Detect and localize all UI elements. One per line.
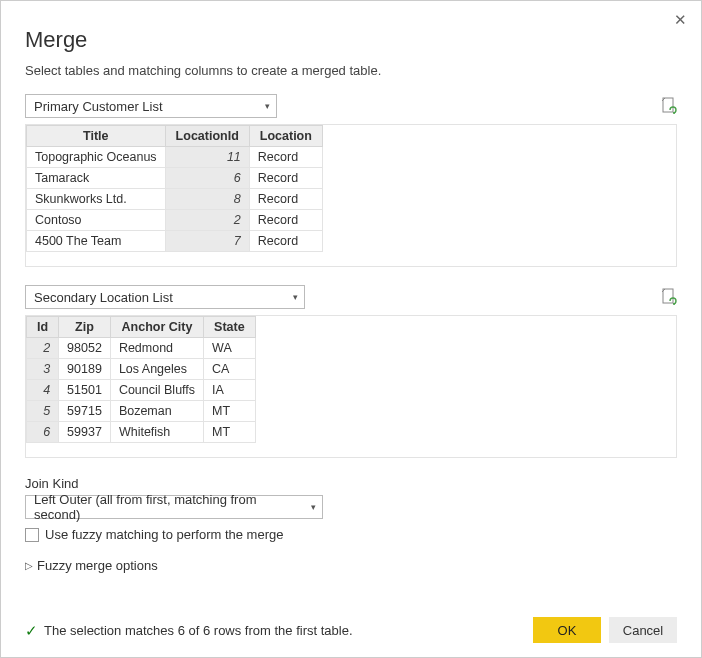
join-kind-select[interactable]: Left Outer (all from first, matching fro… xyxy=(25,495,323,519)
cell-city: Whitefish xyxy=(110,422,203,443)
dialog-subtitle: Select tables and matching columns to cr… xyxy=(25,63,677,78)
fuzzy-options-expander[interactable]: ▷ Fuzzy merge options xyxy=(25,558,677,573)
table-row[interactable]: Skunkworks Ltd.8Record xyxy=(27,189,323,210)
table-row[interactable]: 390189Los AngelesCA xyxy=(27,359,256,380)
cell-locationid: 7 xyxy=(165,231,249,252)
cell-state: IA xyxy=(204,380,256,401)
col-header[interactable]: LocationId xyxy=(165,126,249,147)
fuzzy-matching-checkbox[interactable]: Use fuzzy matching to perform the merge xyxy=(25,527,677,542)
cell-locationid: 8 xyxy=(165,189,249,210)
cell-location: Record xyxy=(249,189,322,210)
second-table-preview: Id Zip Anchor City State 298052RedmondWA… xyxy=(25,315,677,458)
table-row[interactable]: 4500 The Team7Record xyxy=(27,231,323,252)
join-kind-label: Join Kind xyxy=(25,476,677,491)
col-header[interactable]: Anchor City xyxy=(110,317,203,338)
status-text: The selection matches 6 of 6 rows from t… xyxy=(44,623,353,638)
cell-zip: 98052 xyxy=(59,338,111,359)
col-header[interactable]: Title xyxy=(27,126,166,147)
cell-title: Skunkworks Ltd. xyxy=(27,189,166,210)
first-table-grid[interactable]: Title LocationId Location Topographic Oc… xyxy=(26,125,323,252)
close-icon[interactable]: ✕ xyxy=(674,11,687,29)
col-header[interactable]: Location xyxy=(249,126,322,147)
cell-city: Bozeman xyxy=(110,401,203,422)
chevron-down-icon: ▾ xyxy=(311,502,316,512)
cell-city: Los Angeles xyxy=(110,359,203,380)
cell-title: Contoso xyxy=(27,210,166,231)
refresh-icon[interactable] xyxy=(661,288,677,306)
chevron-down-icon: ▾ xyxy=(265,101,270,111)
chevron-right-icon: ▷ xyxy=(25,560,33,571)
cell-id: 6 xyxy=(27,422,59,443)
cell-zip: 59715 xyxy=(59,401,111,422)
fuzzy-matching-label: Use fuzzy matching to perform the merge xyxy=(45,527,283,542)
table-row[interactable]: 659937WhitefishMT xyxy=(27,422,256,443)
cell-title: 4500 The Team xyxy=(27,231,166,252)
first-table-preview: Title LocationId Location Topographic Oc… xyxy=(25,124,677,267)
cell-zip: 51501 xyxy=(59,380,111,401)
cell-locationid: 6 xyxy=(165,168,249,189)
chevron-down-icon: ▾ xyxy=(293,292,298,302)
table-row[interactable]: Topographic Oceanus11Record xyxy=(27,147,323,168)
svg-rect-0 xyxy=(663,98,673,112)
second-table-select[interactable]: Secondary Location List ▾ xyxy=(25,285,305,309)
cell-locationid: 11 xyxy=(165,147,249,168)
cell-state: MT xyxy=(204,422,256,443)
cell-title: Topographic Oceanus xyxy=(27,147,166,168)
cell-location: Record xyxy=(249,147,322,168)
ok-button[interactable]: OK xyxy=(533,617,601,643)
table-row[interactable]: Contoso2Record xyxy=(27,210,323,231)
first-table-select[interactable]: Primary Customer List ▾ xyxy=(25,94,277,118)
table-row[interactable]: 298052RedmondWA xyxy=(27,338,256,359)
cell-title: Tamarack xyxy=(27,168,166,189)
refresh-icon[interactable] xyxy=(661,97,677,115)
cell-zip: 59937 xyxy=(59,422,111,443)
dialog-title: Merge xyxy=(25,27,677,53)
first-table-value: Primary Customer List xyxy=(34,99,163,114)
cell-state: CA xyxy=(204,359,256,380)
checkbox-box xyxy=(25,528,39,542)
check-icon: ✓ xyxy=(25,623,38,638)
table-row[interactable]: 451501Council BluffsIA xyxy=(27,380,256,401)
second-table-value: Secondary Location List xyxy=(34,290,173,305)
cell-zip: 90189 xyxy=(59,359,111,380)
cell-state: MT xyxy=(204,401,256,422)
cell-location: Record xyxy=(249,168,322,189)
cell-id: 4 xyxy=(27,380,59,401)
col-header[interactable]: State xyxy=(204,317,256,338)
svg-rect-1 xyxy=(663,289,673,303)
table-row[interactable]: Tamarack6Record xyxy=(27,168,323,189)
status-message: ✓ The selection matches 6 of 6 rows from… xyxy=(25,623,353,638)
merge-dialog: ✕ Merge Select tables and matching colum… xyxy=(0,0,702,658)
cell-location: Record xyxy=(249,231,322,252)
cancel-button[interactable]: Cancel xyxy=(609,617,677,643)
cell-city: Redmond xyxy=(110,338,203,359)
fuzzy-options-label: Fuzzy merge options xyxy=(37,558,158,573)
col-header[interactable]: Zip xyxy=(59,317,111,338)
cell-state: WA xyxy=(204,338,256,359)
cell-location: Record xyxy=(249,210,322,231)
cell-id: 5 xyxy=(27,401,59,422)
table-row[interactable]: 559715BozemanMT xyxy=(27,401,256,422)
second-table-grid[interactable]: Id Zip Anchor City State 298052RedmondWA… xyxy=(26,316,256,443)
cell-id: 3 xyxy=(27,359,59,380)
cell-id: 2 xyxy=(27,338,59,359)
col-header[interactable]: Id xyxy=(27,317,59,338)
join-kind-value: Left Outer (all from first, matching fro… xyxy=(34,492,300,522)
cell-city: Council Bluffs xyxy=(110,380,203,401)
cell-locationid: 2 xyxy=(165,210,249,231)
